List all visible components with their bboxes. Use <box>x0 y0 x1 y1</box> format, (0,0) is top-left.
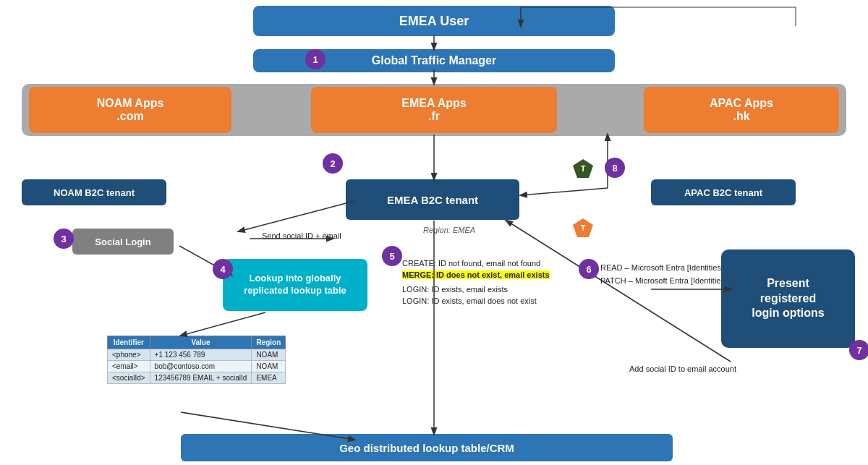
badge-2: 2 <box>323 153 343 174</box>
col-identifier: Identifier <box>108 336 150 349</box>
apac-b2c-box: APAC B2C tenant <box>651 179 796 205</box>
login1-label: LOGIN: ID exists, email exists <box>402 285 508 294</box>
login2-label: LOGIN: ID exists, email does not exist <box>402 297 537 305</box>
emea-user-label: EMEA User <box>399 14 469 29</box>
badge-6: 6 <box>579 259 599 279</box>
emea-apps-box: EMEA Apps.fr <box>311 87 557 133</box>
emea-b2c-box: EMEA B2C tenant <box>346 179 519 220</box>
svg-line-5 <box>181 312 265 336</box>
add-social-label: Add social ID to email account <box>629 364 736 373</box>
social-login-box: Social Login <box>72 229 174 255</box>
noam-b2c-label: NOAM B2C tenant <box>54 187 135 198</box>
badge-3: 3 <box>54 229 74 249</box>
svg-line-9 <box>506 221 731 362</box>
lookup-data-table: Identifier Value Region <phone> +1 123 4… <box>107 336 286 384</box>
table-row: <email> bob@contoso.com NOAM <box>108 361 286 372</box>
geo-crm-label: Geo distributed lookup table/CRM <box>339 442 514 454</box>
present-login-label: Presentregisteredlogin options <box>752 276 824 321</box>
send-social-arrow <box>246 224 340 246</box>
orange-pentagon: T <box>571 217 595 239</box>
badge-4: 4 <box>213 259 233 279</box>
badge-8: 8 <box>605 158 625 178</box>
noam-b2c-box: NOAM B2C tenant <box>22 179 166 205</box>
diagram: EMEA User 1 Global Traffic Manager NOAM … <box>0 0 868 465</box>
table-row: <phone> +1 123 456 789 NOAM <box>108 349 286 361</box>
apac-apps-box: APAC Apps.hk <box>644 87 839 133</box>
create-label: CREATE: ID not found, email not found <box>402 259 540 268</box>
apac-b2c-label: APAC B2C tenant <box>684 187 762 198</box>
present-login-box: Presentregisteredlogin options <box>721 249 855 348</box>
noam-apps-label: NOAM Apps.com <box>97 97 164 123</box>
region-label: Region: EMEA <box>423 226 475 234</box>
badge-5: 5 <box>382 246 402 266</box>
emea-apps-label: EMEA Apps.fr <box>401 97 466 123</box>
lookup-table-label: Lookup into globallyreplicated lookup ta… <box>244 273 346 297</box>
table-row: <socialId> 123456789 EMAIL + socialId EM… <box>108 372 286 384</box>
green-pentagon: T <box>571 158 595 179</box>
svg-line-11 <box>521 188 608 195</box>
read-patch-label: READ – Microsoft Entra [Identities]PATCH… <box>600 262 727 287</box>
merge-label: MERGE: ID does not exist, email exists <box>402 270 550 279</box>
badge-1: 1 <box>305 49 326 69</box>
geo-crm-box: Geo distributed lookup table/CRM <box>181 434 673 461</box>
emea-b2c-label: EMEA B2C tenant <box>387 194 478 206</box>
noam-apps-box: NOAM Apps.com <box>29 87 231 133</box>
badge-7: 7 <box>849 340 868 360</box>
social-login-label: Social Login <box>95 236 150 247</box>
apac-apps-label: APAC Apps.hk <box>710 97 773 123</box>
lookup-table-box: Lookup into globallyreplicated lookup ta… <box>223 259 367 311</box>
gtm-label: Global Traffic Manager <box>372 54 496 67</box>
col-region: Region <box>252 336 286 349</box>
col-value: Value <box>150 336 252 349</box>
emea-user-box: EMEA User <box>253 6 615 36</box>
